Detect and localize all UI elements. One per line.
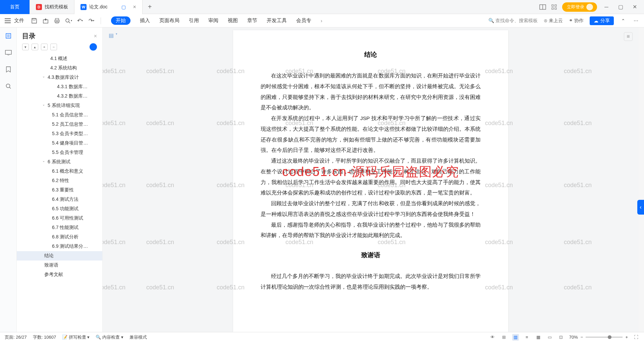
ribbon-tab-chapter[interactable]: 章节 (247, 17, 257, 24)
watermark: code51.cn (103, 182, 125, 189)
expand-all-icon[interactable]: ▴ (32, 44, 38, 50)
ribbon-tab-devtools[interactable]: 开发工具 (267, 17, 287, 24)
compat-mode[interactable]: 兼容模式 (129, 334, 147, 340)
login-button[interactable]: 立即登录 (562, 2, 597, 12)
outline-item[interactable]: 6.8 测试分析 (17, 232, 102, 242)
outline-item[interactable]: 5.4 健身项目管… (17, 138, 102, 148)
outline-item[interactable]: 6.4 测试方法 (17, 195, 102, 204)
outline-item[interactable]: 6.1 概念和意义 (17, 167, 102, 176)
page-view-icon[interactable]: ▥ (512, 334, 519, 341)
outline-item[interactable]: 6.6 可用性测试 (17, 214, 102, 223)
read-view-icon[interactable]: ▭ (546, 334, 553, 341)
file-menu[interactable]: 文件 (14, 17, 24, 24)
outline-item[interactable]: 4.3.1 数据库… (17, 82, 102, 92)
outline-item[interactable]: 5.2 员工信息管… (17, 120, 102, 129)
watermark: code51.cn (146, 239, 174, 246)
outline-item[interactable]: 5.5 会员卡管理 (17, 148, 102, 157)
add-level-icon[interactable]: + (41, 44, 48, 50)
zoom-out-icon[interactable]: − (581, 335, 583, 340)
eye-icon[interactable]: 👁 (489, 334, 496, 341)
redo-icon[interactable]: ↷▾ (87, 17, 95, 25)
vertical-scrollbar[interactable] (639, 27, 644, 332)
fullscreen-icon[interactable]: ⛶ (633, 334, 639, 341)
minimize-button[interactable]: ─ (602, 4, 611, 10)
apps-icon[interactable] (551, 4, 557, 10)
presentation-icon[interactable]: ▢ (120, 4, 127, 10)
outline-item[interactable]: 结论 (17, 251, 102, 261)
collapse-ribbon-icon[interactable]: ⌃ (620, 17, 627, 24)
zoom-in-icon[interactable]: + (625, 335, 628, 340)
menu-icon[interactable] (5, 18, 11, 23)
outline-item[interactable]: 4.1 概述 (17, 54, 102, 63)
watermark: code51.cn (103, 239, 125, 246)
spellcheck-button[interactable]: 📝 拼写检查 ▾ (62, 334, 90, 340)
content-check-button[interactable]: 🔍 内容检查 ▾ (96, 334, 123, 340)
outline-icon[interactable] (5, 32, 12, 40)
panel-toggle-icon[interactable]: ≡ (624, 32, 633, 41)
outline-item[interactable]: 5.1 会员信息管… (17, 110, 102, 120)
outline-panel: 目录 × ▾ ▴ + − 4.1 概述4.2 系统结构⌄4.3.数据库设计4.3… (17, 27, 103, 332)
ribbon-tab-member[interactable]: 会员专 (296, 17, 311, 24)
tab-home[interactable]: 首页 (0, 0, 30, 14)
outline-item[interactable]: 6.5 功能测试 (17, 204, 102, 214)
more-icon[interactable]: ⋯ (633, 17, 639, 24)
fit-icon[interactable]: ⊡ (558, 334, 565, 341)
document-area[interactable]: ▤ ▾ ≡ 结论 在这次毕业设计中遇到的最困难的方面就是在数据库方面的知识，在刚… (103, 27, 639, 332)
search-icon[interactable] (5, 82, 12, 90)
collapse-all-icon[interactable]: ▾ (22, 44, 29, 50)
watermark: code51.cn (564, 284, 592, 291)
outline-item[interactable]: ⌄6 系统测试 (17, 157, 102, 167)
tab-document[interactable]: W 论文.doc ▢ × (74, 0, 143, 14)
ribbon-tab-view[interactable]: 视图 (228, 17, 238, 24)
outline-item[interactable]: 致谢语 (17, 261, 102, 270)
ribbon-tab-start[interactable]: 开始 (111, 16, 130, 25)
export-icon[interactable] (42, 17, 50, 25)
bookmark-icon[interactable] (5, 66, 12, 73)
ribbon-tab-insert[interactable]: 插入 (140, 17, 150, 24)
cloud-status[interactable]: ⊙ 未上云 (544, 18, 563, 24)
outline-item[interactable]: 6.2 特性 (17, 176, 102, 185)
outline-item[interactable]: 5.3 会员卡类型… (17, 129, 102, 138)
close-window-button[interactable]: ✕ (630, 4, 639, 10)
close-outline-icon[interactable]: × (94, 33, 97, 39)
document-page: 结论 在这次毕业设计中遇到的最困难的方面就是在数据库方面的知识，在刚开始进行毕业… (233, 30, 508, 332)
tab-templates[interactable]: D 找稻壳模板 (30, 0, 74, 14)
remove-level-icon[interactable]: − (50, 44, 57, 50)
outline-item[interactable]: ⌄4.3.数据库设计 (17, 73, 102, 82)
save-icon[interactable] (30, 17, 38, 25)
ai-assist-icon[interactable] (90, 43, 97, 51)
dotgrid-icon[interactable]: ⊞ (501, 334, 507, 341)
page-indicator[interactable]: 页面: 26/27 (5, 334, 27, 340)
undo-icon[interactable]: ↶▾ (76, 17, 84, 25)
zoom-slider[interactable]: 70% − + (569, 335, 628, 340)
paragraph: 经过几个多月的不断学习，我的毕业设计终于如期完成。此次毕业设计是对我们日常所学计… (261, 271, 481, 292)
word-count[interactable]: 字数: 10607 (33, 334, 56, 340)
outline-item[interactable]: ⌄5 系统详细实现 (17, 101, 102, 110)
web-view-icon[interactable]: ▦ (535, 334, 542, 341)
collab-button[interactable]: ⚭ 协作 (569, 18, 584, 24)
share-button[interactable]: ☁ 分享 (590, 16, 614, 25)
outline-item[interactable]: 6.9 测试结果分… (17, 242, 102, 251)
page-format-icon[interactable]: ▤ ▾ (109, 32, 117, 39)
outline-view-icon[interactable]: ≡ (524, 334, 530, 341)
search-command[interactable]: 🔍 查找命令、搜索模板 (488, 18, 538, 24)
ribbon-tab-references[interactable]: 引用 (189, 17, 199, 24)
ribbon-tab-review[interactable]: 审阅 (208, 17, 218, 24)
outline-item[interactable]: 4.3.2 数据库… (17, 92, 102, 101)
maximize-button[interactable]: ▢ (616, 4, 625, 10)
svg-rect-5 (555, 8, 556, 9)
print-preview-icon[interactable]: ▾ (64, 17, 72, 25)
right-collapse-tab[interactable]: ‹ (637, 200, 644, 215)
watermark: code51.cn (564, 120, 592, 127)
outline-item[interactable]: 6.3 重要性 (17, 185, 102, 195)
slide-icon[interactable] (5, 49, 12, 56)
outline-item[interactable]: 6.7 性能测试 (17, 223, 102, 232)
outline-item[interactable]: 参考文献 (17, 270, 102, 279)
new-tab-button[interactable]: + (143, 3, 157, 11)
ribbon-tab-layout[interactable]: 页面布局 (159, 17, 179, 24)
split-icon[interactable] (539, 4, 546, 10)
close-tab-icon[interactable]: × (133, 4, 136, 10)
print-icon[interactable] (53, 17, 61, 25)
ribbon-more-icon[interactable]: › (321, 18, 322, 23)
outline-item[interactable]: 4.2 系统结构 (17, 63, 102, 73)
